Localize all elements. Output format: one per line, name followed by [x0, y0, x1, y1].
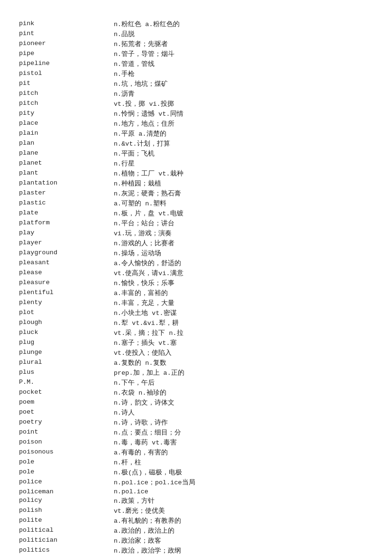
word-cell: pleasant	[19, 258, 114, 268]
definition-cell: n.游戏的人；比赛者	[114, 238, 373, 248]
table-row: planetn.行星	[19, 158, 373, 168]
definition-cell: n.下午，午后	[114, 378, 373, 388]
word-cell: plaster	[19, 188, 114, 198]
word-cell: plunge	[19, 348, 114, 358]
definition-cell: n.诗，韵文，诗体文	[114, 398, 373, 407]
table-row: P.M.n.下午，午后	[19, 378, 373, 388]
word-cell: polish	[19, 506, 114, 516]
definition-cell: n.地方，地点；住所	[114, 119, 373, 129]
word-cell: pity	[19, 109, 114, 119]
word-cell: plug	[19, 338, 114, 348]
table-row: policen.pol.ice；pol.ice当局	[19, 477, 373, 487]
table-row: platen.板，片，盘 vt.电镀	[19, 208, 373, 218]
definition-cell: n.平台；站台；讲台	[114, 218, 373, 228]
word-cell: pink	[19, 19, 114, 29]
definition-cell: a.可塑的 n.塑料	[114, 198, 373, 208]
table-row: policemann.pol.ice	[19, 487, 373, 496]
word-cell: pioneer	[19, 39, 114, 49]
table-row: plugn.塞子；插头 vt.塞	[19, 338, 373, 348]
table-row: platformn.平台；站台；讲台	[19, 218, 373, 228]
definition-cell: n.板，片，盘 vt.电镀	[114, 208, 373, 218]
table-row: plotn.小块土地 vt.密谋	[19, 308, 373, 318]
table-row: pitchn.沥青	[19, 89, 373, 99]
definition-cell: n.丰富，充足，大量	[114, 298, 373, 308]
table-row: pioneern.拓荒者；先驱者	[19, 39, 373, 49]
word-cell: pit	[19, 79, 114, 89]
table-row: plungevt.使投入；使陷入	[19, 348, 373, 358]
word-cell: politician	[19, 536, 114, 546]
definition-cell: n.极(点)，磁极，电极	[114, 467, 373, 477]
table-row: pleasuren.愉快，快乐；乐事	[19, 278, 373, 288]
definition-cell: a.丰富的，富裕的	[114, 288, 373, 298]
table-row: placen.地方，地点；住所	[19, 119, 373, 129]
definition-cell: vt.使投入；使陷入	[114, 348, 373, 358]
word-cell: plenty	[19, 298, 114, 308]
definition-cell: vi.玩，游戏；演奏	[114, 228, 373, 238]
word-cell: pipe	[19, 49, 114, 59]
word-cell: platform	[19, 218, 114, 228]
definition-cell: a.令人愉快的，舒适的	[114, 258, 373, 268]
word-cell: pitch	[19, 99, 114, 109]
table-row: plurala.复数的 n.复数	[19, 358, 373, 368]
table-row: politicsn.政治，政治学；政纲	[19, 546, 373, 555]
word-cell: politics	[19, 546, 114, 555]
definition-cell: n.植物；工厂 vt.栽种	[114, 168, 373, 178]
word-cell: point	[19, 427, 114, 437]
definition-cell: n.诗人	[114, 407, 373, 417]
word-cell: pluck	[19, 328, 114, 338]
definition-cell: n.pol.ice	[114, 487, 373, 496]
table-row: pleasanta.令人愉快的，舒适的	[19, 258, 373, 268]
table-row: pipelinen.管道，管线	[19, 59, 373, 69]
table-row: pointn.点；要点；细目；分	[19, 427, 373, 437]
word-cell: plentiful	[19, 288, 114, 298]
definition-cell: n.品脱	[114, 29, 373, 39]
definition-cell: n.塞子；插头 vt.塞	[114, 338, 373, 348]
definition-cell: n.管道，管线	[114, 59, 373, 69]
table-row: politea.有礼貌的；有教养的	[19, 516, 373, 526]
word-cell: police	[19, 477, 114, 487]
table-row: pistoln.手枪	[19, 69, 373, 79]
word-cell: poet	[19, 407, 114, 417]
definition-cell: n.犁 vt.&vi.犁，耕	[114, 318, 373, 328]
table-row: ploughn.犁 vt.&vi.犁，耕	[19, 318, 373, 328]
table-row: politiciann.政治家；政客	[19, 536, 373, 546]
word-cell: P.M.	[19, 378, 114, 388]
definition-cell: n.沥青	[114, 89, 373, 99]
table-row: plantn.植物；工厂 vt.栽种	[19, 168, 373, 178]
word-cell: plant	[19, 168, 114, 178]
table-row: pluckvt.采，摘；拉下 n.拉	[19, 328, 373, 338]
table-row: pleasevt.使高兴，请vi.满意	[19, 268, 373, 278]
table-row: planen.平面；飞机	[19, 148, 373, 158]
table-row: polen.杆，柱	[19, 457, 373, 467]
table-row: poetn.诗人	[19, 407, 373, 417]
definition-cell: n.灰泥；硬膏；熟石膏	[114, 188, 373, 198]
definition-cell: n.政策，方针	[114, 496, 373, 506]
definition-cell: n.手枪	[114, 69, 373, 79]
definition-cell: n.平原 a.清楚的	[114, 129, 373, 139]
word-cell: plot	[19, 308, 114, 318]
table-row: pitn.坑，地坑；煤矿	[19, 79, 373, 89]
table-row: plastern.灰泥；硬膏；熟石膏	[19, 188, 373, 198]
dictionary-list: pinkn.粉红色 a.粉红色的pintn.品脱pioneern.拓荒者；先驱者…	[19, 19, 373, 555]
definition-cell: vt.磨光；使优美	[114, 506, 373, 516]
word-cell: pipeline	[19, 59, 114, 69]
definition-cell: n.诗，诗歌，诗作	[114, 417, 373, 427]
table-row: pitchvt.投，掷 vi.投掷	[19, 99, 373, 109]
definition-cell: n.政治家；政客	[114, 536, 373, 546]
definition-cell: a.有毒的，有害的	[114, 447, 373, 457]
table-row: plentifula.丰富的，富裕的	[19, 288, 373, 298]
definition-cell: n.管子，导管；烟斗	[114, 49, 373, 59]
word-cell: plough	[19, 318, 114, 328]
word-cell: poem	[19, 398, 114, 407]
definition-cell: n.衣袋 n.袖珍的	[114, 388, 373, 398]
table-row: plainn.平原 a.清楚的	[19, 129, 373, 139]
table-row: polen.极(点)，磁极，电极	[19, 467, 373, 477]
word-cell: plus	[19, 368, 114, 378]
table-row: poisonn.毒，毒药 vt.毒害	[19, 437, 373, 447]
definition-cell: a.政治的，政治上的	[114, 526, 373, 536]
definition-cell: vt.投，掷 vi.投掷	[114, 99, 373, 109]
table-row: plentyn.丰富，充足，大量	[19, 298, 373, 308]
table-row: pipen.管子，导管；烟斗	[19, 49, 373, 59]
definition-cell: n.种植园；栽植	[114, 178, 373, 188]
word-cell: plate	[19, 208, 114, 218]
